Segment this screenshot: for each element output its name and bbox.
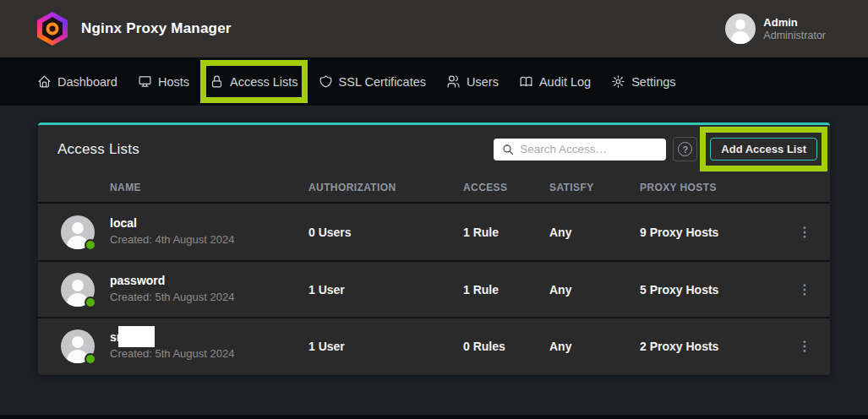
avatar — [61, 329, 95, 363]
proxy-hosts-cell: 2 Proxy Hosts — [640, 340, 779, 353]
name-cell: password Created: 5th August 2024 — [110, 274, 308, 305]
add-button-wrapper: Add Access List — [710, 138, 817, 161]
app-title: Nginx Proxy Manager — [81, 20, 232, 37]
status-online-dot — [85, 353, 96, 365]
panel-header: Access Lists Add Access List — [38, 125, 830, 173]
user-name: Admin — [763, 16, 826, 30]
users-icon — [446, 74, 461, 89]
access-lists-panel: Access Lists Add Access List NAME AUTHOR… — [38, 122, 830, 375]
table-header-row: NAME AUTHORIZATION ACCESS SATISFY PROXY … — [38, 173, 830, 204]
authorization-cell: 0 Users — [308, 226, 463, 239]
search-box — [494, 139, 666, 161]
table-row[interactable]: sn Created: 5th August 2024 1 User 0 Rul… — [38, 317, 830, 373]
main-nav: Dashboard Hosts Access Lists SSL Certifi… — [0, 57, 868, 106]
status-online-dot — [85, 297, 96, 308]
nav-label-ssl-certificates: SSL Certificates — [339, 75, 426, 89]
nav-label-settings: Settings — [631, 75, 675, 89]
table-row[interactable]: password Created: 5th August 2024 1 User… — [38, 260, 830, 317]
row-menu-button[interactable] — [794, 335, 815, 358]
avatar-cell — [38, 329, 110, 363]
avatar-cell — [38, 273, 110, 307]
user-role: Administrator — [763, 30, 826, 42]
row-menu-button[interactable] — [794, 220, 815, 244]
column-header-proxy-hosts: PROXY HOSTS — [640, 182, 779, 193]
access-cell: 1 Rule — [463, 283, 549, 297]
access-cell: 0 Rules — [463, 340, 549, 353]
avatar — [61, 215, 95, 249]
created-date: Created: 5th August 2024 — [110, 290, 308, 305]
help-button[interactable] — [673, 137, 697, 161]
user-info: Admin Administrator — [763, 16, 826, 42]
satisfy-cell: Any — [549, 283, 640, 297]
nav-item-dashboard[interactable]: Dashboard — [37, 74, 117, 89]
avatar — [61, 273, 95, 307]
column-header-satisfy: SATISFY — [549, 182, 640, 193]
nav-label-hosts: Hosts — [158, 75, 189, 89]
access-list-name: local — [110, 216, 308, 231]
access-cell: 1 Rule — [463, 226, 549, 239]
created-date: Created: 4th August 2024 — [110, 232, 308, 248]
logo-center-ring — [46, 23, 59, 35]
column-header-authorization: AUTHORIZATION — [308, 182, 463, 193]
proxy-hosts-cell: 5 Proxy Hosts — [640, 283, 779, 297]
column-header-access: ACCESS — [463, 182, 549, 193]
created-date: Created: 5th August 2024 — [110, 346, 308, 362]
monitor-icon — [138, 74, 152, 89]
user-avatar[interactable] — [725, 14, 756, 44]
bottom-edge-strip — [0, 415, 868, 419]
gear-icon — [611, 74, 625, 89]
nav-label-dashboard: Dashboard — [57, 75, 117, 89]
nav-item-hosts[interactable]: Hosts — [138, 74, 189, 89]
access-list-name: password — [110, 274, 308, 288]
status-online-dot — [85, 239, 96, 251]
nav-item-ssl-certificates[interactable]: SSL Certificates — [319, 74, 426, 89]
add-access-list-button[interactable]: Add Access List — [710, 138, 817, 161]
nav-label-audit-log: Audit Log — [539, 75, 591, 89]
search-input[interactable] — [494, 139, 666, 161]
nav-item-users[interactable]: Users — [446, 74, 499, 89]
nav-label-users: Users — [467, 75, 499, 89]
nav-item-settings[interactable]: Settings — [611, 74, 675, 89]
top-header-bar: Nginx Proxy Manager Admin Administrator — [0, 0, 868, 57]
page-title: Access Lists — [57, 141, 139, 158]
user-menu[interactable]: Admin Administrator — [725, 14, 826, 44]
row-menu-button[interactable] — [794, 278, 815, 302]
redaction-overlay — [118, 326, 155, 347]
nav-item-access-lists[interactable]: Access Lists — [210, 74, 298, 89]
authorization-cell: 1 User — [308, 340, 463, 353]
nav-label-access-lists: Access Lists — [230, 75, 298, 89]
authorization-cell: 1 User — [308, 283, 463, 297]
book-icon — [519, 74, 533, 89]
satisfy-cell: Any — [549, 226, 640, 239]
search-icon — [501, 143, 515, 156]
satisfy-cell: Any — [549, 340, 640, 353]
npm-logo-icon — [37, 12, 68, 46]
lock-icon — [210, 74, 224, 89]
home-icon — [37, 74, 52, 89]
avatar-cell — [38, 215, 110, 249]
shield-icon — [319, 74, 333, 89]
help-icon — [678, 142, 692, 156]
column-header-name: NAME — [110, 182, 308, 193]
proxy-hosts-cell: 9 Proxy Hosts — [640, 226, 779, 239]
name-cell: local Created: 4th August 2024 — [110, 216, 308, 248]
nav-item-audit-log[interactable]: Audit Log — [519, 74, 591, 89]
table-row[interactable]: local Created: 4th August 2024 0 Users 1… — [38, 204, 830, 260]
